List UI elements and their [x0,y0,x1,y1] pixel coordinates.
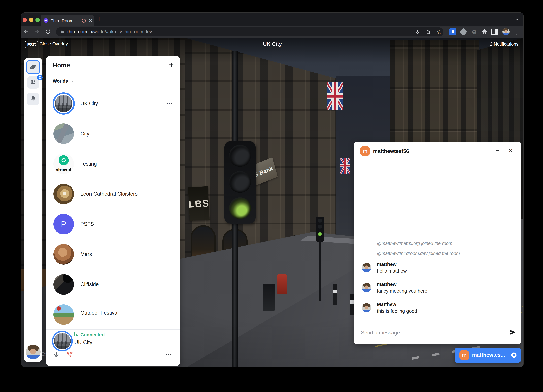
diamond-extension-icon[interactable] [460,28,467,36]
mac-zoom-button[interactable] [35,18,40,22]
chat-avatar: m [360,146,370,156]
call-pill-label: matthewtes... [472,348,505,363]
sidebar-item-notifications[interactable] [27,93,39,105]
world-row-testing[interactable]: element Testing [52,149,174,179]
mic-permission-icon[interactable] [414,28,421,35]
world-name: Mars [80,239,92,269]
notifications-count[interactable]: 2 Notifications [490,41,518,47]
tab-close-button[interactable]: ✕ [89,18,93,23]
extensions-puzzle-icon[interactable] [481,28,488,36]
active-call-pill[interactable]: m matthewtes... [455,348,521,363]
world-row-uk-city[interactable]: UK City ••• [52,88,174,119]
message-avatar [362,263,371,272]
mac-minimize-button[interactable] [29,18,33,22]
world-title: UK City [22,41,523,47]
world-row-psfs[interactable]: P PSFS [52,209,174,239]
world-name: UK City [80,88,98,119]
message-input[interactable] [361,326,495,340]
browser-window: Third Room ✕ + thirdroom.io/world/#uk-ci… [22,12,523,367]
recycle-extension-icon[interactable]: ♻ [470,28,478,36]
world-name: Testing [80,149,97,179]
worlds-section-label[interactable]: Worlds [53,79,68,84]
call-options-menu-button[interactable]: ••• [166,352,172,358]
browser-tab[interactable]: Third Room ✕ [40,15,94,26]
scene-traffic-pole-far [319,240,321,301]
forward-button[interactable] [33,28,40,35]
world-avatar-testing: element [53,154,74,174]
signal-bars-icon [74,332,79,337]
scene-union-jack-flag-small [340,158,350,174]
scene-lbs-hanging-sign: LBS [188,186,209,221]
divider [354,161,521,161]
message-text: this is feeling good [377,308,417,314]
connected-world-name: UK City [74,339,92,346]
chat-event: @matthew:matrix.org joined the room [377,241,514,246]
browser-menu-icon[interactable]: ⋮ [513,28,520,36]
user-avatar[interactable] [26,345,40,359]
divider [46,74,180,75]
create-world-button[interactable]: + [169,60,174,69]
message-avatar [362,283,371,292]
scene-bollard [350,294,354,315]
home-panel: Home + Worlds UK City ••• City [46,56,180,366]
world-row-city[interactable]: City [52,119,174,149]
scene-union-jack-flag [327,82,343,110]
chat-minimize-button[interactable]: − [496,147,499,154]
url-bar[interactable]: thirdroom.io/world/#uk-city:thirdroom.de… [56,27,443,36]
world-row-mars[interactable]: Mars [52,239,174,269]
panel-title: Home [53,62,70,69]
sidebar-item-home[interactable] [26,60,40,74]
tab-media-indicator-icon [82,19,86,23]
thirdroom-favicon-icon [44,18,48,23]
world-avatar-mars [53,244,74,265]
share-icon[interactable] [424,28,432,35]
planet-icon [30,63,37,71]
hangup-button[interactable] [66,351,73,359]
call-pill-avatar: m [459,350,469,360]
bitwarden-extension-icon[interactable] [449,28,457,36]
world-avatar-cliffside [53,274,74,295]
chat-title: matthewtest56 [373,148,409,154]
message-sender: matthew [377,261,397,267]
scene-traffic-light-red [229,145,251,167]
url-host: thirdroom.io [67,29,92,34]
message-text: hello matthew [377,268,407,274]
world-menu-button[interactable]: ••• [166,101,173,106]
side-panel-icon[interactable] [491,28,498,36]
scene-traffic-light-far [316,217,324,242]
scene-trash-bin [263,284,275,311]
mac-close-button[interactable] [23,18,27,22]
message-text: fancy meeting you here [377,288,427,294]
chat-close-button[interactable]: ✕ [508,148,513,154]
chevron-down-icon[interactable] [70,80,74,85]
reload-button[interactable] [44,28,51,35]
world-avatar-city [53,124,74,144]
world-row-festival[interactable]: Outdoor Festival [52,300,174,326]
sidebar-rail: 2 [24,58,42,362]
bell-icon [30,95,36,102]
bookmark-star-icon[interactable]: ☆ [436,28,443,35]
world-avatar-cloisters [53,184,74,204]
element-logo-icon [59,155,69,165]
lock-icon [60,30,65,34]
world-name: Outdoor Festival [80,300,119,326]
world-row-cloisters[interactable]: Leon Cathedral Cloisters [52,179,174,209]
app-content: LBS LBS Bank [22,38,523,367]
world-name: City [80,119,89,149]
message-sender: Matthew [377,302,396,307]
send-icon[interactable] [508,328,517,336]
world-avatar-festival [53,304,74,325]
message-avatar [362,303,371,312]
browser-profile-avatar[interactable] [502,28,510,36]
call-pill-close-icon[interactable] [511,352,517,359]
scene-traffic-light-amber [229,171,251,193]
world-name: Leon Cathedral Cloisters [80,179,137,209]
new-tab-button[interactable]: + [97,15,101,23]
back-button[interactable] [23,28,30,35]
world-row-cliffside[interactable]: Cliffside [52,269,174,300]
world-avatar-uk-city [55,95,72,112]
tab-search-chevron-icon[interactable] [515,17,519,23]
connected-world-avatar[interactable] [52,331,73,352]
mic-toggle-button[interactable] [53,351,60,358]
connection-status: Connected [74,332,105,337]
